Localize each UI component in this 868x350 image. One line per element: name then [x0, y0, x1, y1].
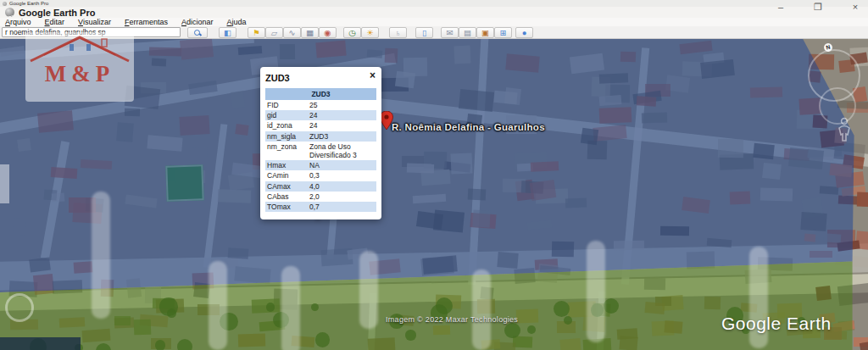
view-in-maps-button[interactable]: ⊞ — [494, 27, 512, 38]
historical-imagery-icon: ◷ — [348, 28, 355, 38]
attribute-value: 25 — [308, 100, 376, 110]
attribute-row: CAmax4,0 — [265, 181, 376, 192]
add-placemark-button[interactable]: ⚑ — [248, 27, 265, 38]
water-patch — [0, 337, 81, 350]
menu-item-visualizar[interactable]: Visualizar — [78, 18, 111, 26]
attribute-row: CAbas2,0 — [265, 192, 376, 202]
add-polygon-icon: ▱ — [271, 28, 277, 38]
os-window-title: Google Earth Pro — [9, 0, 48, 7]
window-controls: – ❐ × — [775, 2, 861, 12]
earth-sphere-button[interactable]: ● — [515, 27, 533, 38]
menu-bar: ArquivoEditarVisualizarFerramentasAdicio… — [0, 18, 868, 26]
attribute-key: TOmax — [265, 202, 308, 212]
add-polygon-button[interactable]: ▱ — [265, 27, 283, 38]
balloon-close-icon[interactable]: × — [370, 70, 376, 81]
add-path-button[interactable]: ∿ — [283, 27, 301, 38]
attribute-key: gid — [265, 110, 308, 120]
watermark-circle — [5, 293, 34, 322]
attribute-row: TOmax0,7 — [265, 202, 376, 212]
google-earth-window: Google Earth Pro Google Earth Pro – ❐ × … — [0, 0, 868, 350]
imagery-attribution: Imagem © 2022 Maxar Technologies — [386, 315, 518, 324]
agency-watermark-logo: M&P — [25, 32, 134, 102]
attribute-row: CAmin0,3 — [265, 170, 376, 181]
historical-imagery-button[interactable]: ◷ — [343, 27, 361, 38]
planets-icon: ♄ — [395, 28, 401, 38]
balloon-title: ZUD3 — [265, 73, 376, 83]
email-icon: ✉ — [447, 28, 453, 38]
os-titlebar: Google Earth Pro — [0, 0, 868, 7]
print-button[interactable]: ▤ — [459, 27, 476, 38]
close-button[interactable]: × — [849, 2, 861, 12]
search-icon — [194, 30, 201, 36]
add-image-overlay-button[interactable]: ▦ — [301, 27, 319, 38]
attribute-value: 0,3 — [308, 170, 376, 181]
watermark-bar — [281, 266, 300, 350]
minimize-button[interactable]: – — [775, 2, 787, 12]
save-image-icon: ▣ — [481, 28, 489, 38]
sunlight-button[interactable]: ☀ — [361, 27, 379, 38]
menu-item-editar[interactable]: Editar — [45, 18, 65, 26]
watermark-bar — [359, 251, 378, 329]
add-placemark-icon: ⚑ — [253, 28, 260, 38]
record-tour-button[interactable]: ◉ — [319, 27, 337, 38]
placemark-label[interactable]: R. Noêmia Delafina - Guarulhos — [392, 122, 545, 132]
attribute-key: FID — [265, 100, 308, 110]
record-tour-icon: ◉ — [324, 28, 331, 38]
sunlight-icon: ☀ — [366, 28, 374, 38]
restore-button[interactable]: ❐ — [812, 2, 824, 12]
sidebar-toggle-button[interactable]: ◧ — [219, 27, 236, 38]
menu-item-ferramentas[interactable]: Ferramentas — [125, 18, 168, 26]
menu-item-arquivo[interactable]: Arquivo — [5, 18, 31, 26]
save-image-button[interactable]: ▣ — [476, 27, 494, 38]
attribute-value: 24 — [308, 120, 376, 131]
app-globe-icon — [3, 2, 7, 6]
attribute-value: 2,0 — [308, 192, 376, 202]
attribute-key: nm_sigla — [265, 131, 308, 142]
search-button[interactable] — [187, 27, 208, 38]
add-image-overlay-icon: ▦ — [306, 28, 314, 38]
attribute-value: ZUD3 — [308, 131, 376, 142]
attribute-value: NA — [308, 160, 376, 170]
watermark-bar — [587, 241, 605, 342]
add-path-icon: ∿ — [289, 28, 296, 38]
attribute-key: CAmin — [265, 170, 308, 181]
attribute-row: id_zona24 — [265, 120, 376, 131]
view-in-maps-icon: ⊞ — [500, 28, 507, 38]
google-earth-watermark: Google Earth — [721, 314, 832, 334]
attribute-key: id_zona — [265, 120, 308, 131]
attribute-key: CAmax — [265, 181, 308, 192]
attribute-value: 24 — [308, 110, 376, 120]
attribute-key: Hmax — [265, 160, 308, 170]
watermark-bar — [209, 261, 227, 350]
pegman-icon[interactable] — [835, 117, 854, 142]
sidebar-toggle-icon: ◧ — [224, 28, 231, 38]
watermark-bar — [92, 192, 110, 319]
attribute-row: gid24 — [265, 110, 376, 120]
attribute-key: CAbas — [265, 192, 308, 202]
agency-logo-text: M&P — [45, 61, 114, 87]
ruler-icon: ▯ — [422, 28, 426, 38]
app-titlebar: Google Earth Pro — [0, 7, 868, 18]
attribute-row: FID25 — [265, 100, 376, 110]
watermark-bar — [472, 269, 491, 350]
attribute-table-header: ZUD3 — [265, 88, 376, 100]
watermark-strip — [0, 164, 9, 203]
attribute-value: 0,7 — [308, 202, 376, 212]
attribute-table: ZUD3 FID25gid24id_zona24nm_siglaZUD3nm_z… — [265, 88, 376, 212]
earth-sphere-icon: ● — [522, 28, 527, 38]
menu-item-ajuda[interactable]: Ajuda — [227, 18, 247, 26]
ruler-button[interactable]: ▯ — [415, 27, 433, 38]
planets-button[interactable]: ♄ — [389, 27, 407, 38]
info-balloon: ZUD3 × ZUD3 FID25gid24id_zona24nm_siglaZ… — [260, 67, 381, 219]
menu-item-adicionar[interactable]: Adicionar — [181, 18, 214, 26]
attribute-value: Zona de Uso Diversificado 3 — [308, 142, 376, 160]
attribute-row: nm_zonaZona de Uso Diversificado 3 — [265, 142, 376, 160]
attribute-value: 4,0 — [308, 181, 376, 192]
email-button[interactable]: ✉ — [441, 27, 459, 38]
google-earth-logo-icon — [5, 8, 14, 17]
attribute-key: nm_zona — [265, 142, 308, 160]
app-title: Google Earth Pro — [19, 8, 95, 18]
attribute-row: HmaxNA — [265, 160, 376, 170]
attribute-row: nm_siglaZUD3 — [265, 131, 376, 142]
print-icon: ▤ — [464, 28, 471, 38]
